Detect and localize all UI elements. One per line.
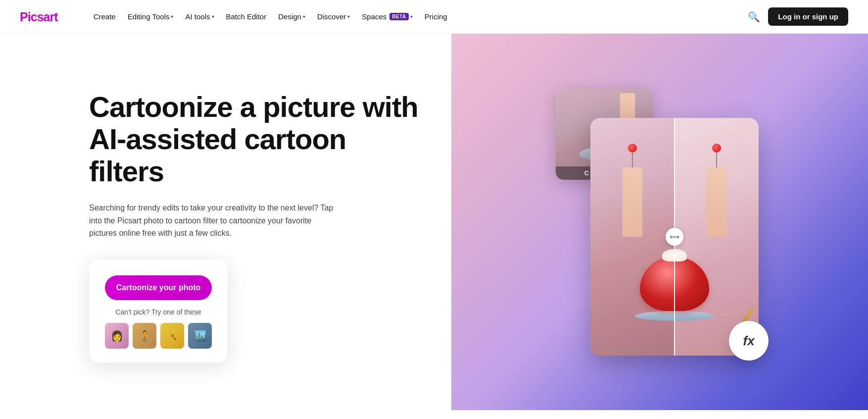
chevron-down-icon: ▾ <box>212 14 214 19</box>
hero-description: Searching for trendy edits to take your … <box>89 202 337 240</box>
spaces-beta-badge: BETA <box>389 13 408 20</box>
chevron-down-icon: ▾ <box>171 14 173 19</box>
cherry-right <box>712 144 721 153</box>
sample-thumb-4[interactable]: 🏙️ <box>188 323 212 349</box>
hand-decoration-right <box>707 167 726 237</box>
sample-thumb-3[interactable]: 🤸 <box>160 323 184 349</box>
hand-decoration <box>623 167 642 237</box>
sample-thumb-1[interactable]: 👩 <box>105 323 129 349</box>
nav-spaces-label: Spaces <box>362 12 386 21</box>
fx-badge: fx <box>729 321 769 361</box>
nav-item-create[interactable]: Create <box>89 9 121 24</box>
nav-links: Create Editing Tools ▾ AI tools ▾ Batch … <box>89 9 452 24</box>
cartoonize-button[interactable]: Cartoonize your photo <box>105 275 212 300</box>
nav-left: Picsart Create Editing Tools ▾ AI tools … <box>20 9 452 25</box>
chevron-down-icon: ▾ <box>410 14 413 19</box>
nav-batch-editor-label: Batch Editor <box>226 12 267 21</box>
nav-editing-tools-label: Editing Tools <box>128 12 170 21</box>
nav-create-label: Create <box>94 12 116 21</box>
hero-left: Cartoonize a picture with AI-assisted ca… <box>0 34 451 410</box>
hero-section: Cartoonize a picture with AI-assisted ca… <box>0 34 868 410</box>
nav-right: 🔍 Log in or sign up <box>748 7 848 26</box>
nav-item-batch-editor[interactable]: Batch Editor <box>221 9 272 24</box>
main-comparison-image: ⟺ <box>590 118 759 356</box>
cherry-stem <box>632 153 633 167</box>
nav-item-spaces[interactable]: Spaces BETA ▾ <box>357 9 418 24</box>
nav-item-discover[interactable]: Discover ▾ <box>312 9 355 24</box>
chevron-down-icon: ▾ <box>347 14 350 19</box>
cant-pick-label: Can't pick? Try one of these <box>105 308 212 316</box>
hero-title: Cartoonize a picture with AI-assisted ca… <box>89 91 422 188</box>
nav-item-editing-tools[interactable]: Editing Tools ▾ <box>123 9 179 24</box>
nav-design-label: Design <box>278 12 301 21</box>
nav-pricing-label: Pricing <box>425 12 447 21</box>
sample-images: 👩 🧍 🤸 🏙️ <box>105 323 212 349</box>
svg-text:Picsart: Picsart <box>20 9 58 23</box>
cherry-decoration <box>628 144 637 153</box>
search-icon[interactable]: 🔍 <box>748 11 760 23</box>
nav-item-ai-tools[interactable]: AI tools ▾ <box>180 9 219 24</box>
cherry-stem-right <box>716 153 717 167</box>
nav-ai-tools-label: AI tools <box>185 12 210 21</box>
sample-thumb-2[interactable]: 🧍 <box>133 323 156 349</box>
comparison-container: CARTOON <box>556 88 764 375</box>
nav-item-design[interactable]: Design ▾ <box>273 9 310 24</box>
chevron-down-icon: ▾ <box>303 14 305 19</box>
navbar: Picsart Create Editing Tools ▾ AI tools … <box>0 0 868 34</box>
comparison-handle[interactable]: ⟺ <box>666 228 683 246</box>
cta-card: Cartoonize your photo Can't pick? Try on… <box>89 260 228 363</box>
hero-right: CARTOON <box>451 34 868 410</box>
nav-item-pricing[interactable]: Pricing <box>420 9 452 24</box>
nav-discover-label: Discover <box>317 12 346 21</box>
logo[interactable]: Picsart <box>20 9 73 25</box>
login-button[interactable]: Log in or sign up <box>768 7 848 26</box>
